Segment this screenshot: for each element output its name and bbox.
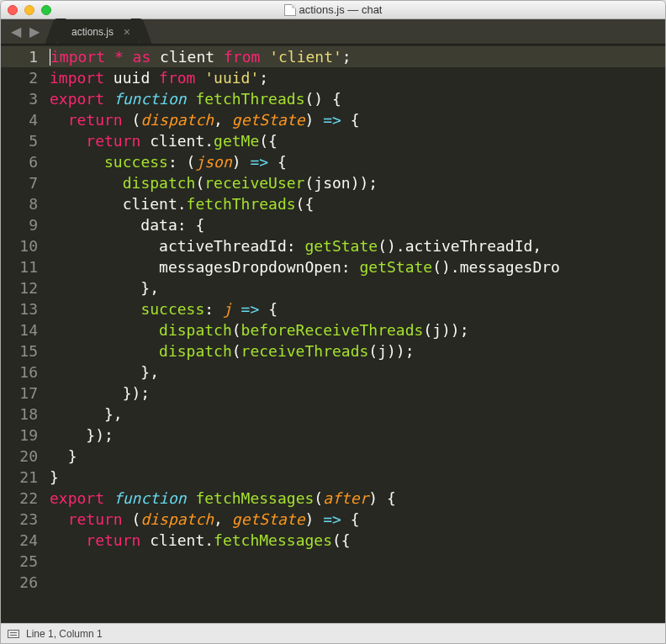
code-line[interactable]: }, bbox=[50, 404, 665, 425]
nav-back-icon[interactable]: ◀ bbox=[8, 24, 24, 40]
line-number[interactable]: 23 bbox=[1, 509, 38, 530]
close-button[interactable] bbox=[8, 5, 18, 15]
line-number[interactable]: 1 bbox=[1, 46, 50, 67]
titlebar[interactable]: actions.js — chat bbox=[1, 1, 665, 19]
minimize-button[interactable] bbox=[24, 5, 34, 15]
code-line[interactable]: export function fetchMessages(after) { bbox=[50, 488, 665, 509]
line-number[interactable]: 12 bbox=[1, 277, 38, 298]
line-number-gutter[interactable]: 1234567891011121314151617181920212223242… bbox=[1, 45, 50, 623]
file-icon bbox=[284, 4, 296, 16]
code-line[interactable]: }, bbox=[50, 277, 665, 298]
code-line[interactable]: messagesDropdownOpen: getState().message… bbox=[50, 256, 665, 277]
cursor-position: Line 1, Column 1 bbox=[26, 628, 103, 640]
status-bar: Line 1, Column 1 bbox=[1, 623, 665, 643]
code-line[interactable]: export function fetchThreads() { bbox=[50, 88, 665, 109]
maximize-button[interactable] bbox=[41, 5, 51, 15]
nav-forward-icon[interactable]: ▶ bbox=[26, 24, 43, 40]
line-number[interactable]: 25 bbox=[1, 551, 38, 572]
code-line[interactable]: dispatch(receiveThreads(j)); bbox=[50, 340, 665, 362]
tab-label: actions.js bbox=[71, 26, 114, 38]
code-line[interactable]: } bbox=[50, 467, 665, 488]
code-content[interactable]: import * as client from 'client';import … bbox=[50, 45, 665, 623]
code-line[interactable]: import * as client from 'client'; bbox=[50, 46, 665, 67]
code-line[interactable]: success: j => { bbox=[50, 298, 665, 319]
line-number[interactable]: 19 bbox=[1, 425, 38, 446]
code-line[interactable]: }, bbox=[50, 362, 665, 383]
line-number[interactable]: 11 bbox=[1, 256, 38, 277]
code-line[interactable]: import uuid from 'uuid'; bbox=[50, 67, 665, 88]
window-title-text: actions.js — chat bbox=[299, 3, 383, 16]
line-number[interactable]: 22 bbox=[1, 488, 38, 509]
code-line[interactable]: return client.getMe({ bbox=[50, 130, 665, 151]
line-number[interactable]: 8 bbox=[1, 193, 38, 214]
line-number[interactable]: 20 bbox=[1, 446, 38, 467]
line-number[interactable]: 13 bbox=[1, 298, 38, 319]
traffic-lights bbox=[1, 5, 51, 15]
panel-icon[interactable] bbox=[8, 630, 19, 638]
code-line[interactable]: success: (json) => { bbox=[50, 151, 665, 172]
line-number[interactable]: 7 bbox=[1, 172, 38, 193]
code-line[interactable]: activeThreadId: getState().activeThreadI… bbox=[50, 235, 665, 256]
tab-bar: ◀ ▶ actions.js × bbox=[1, 19, 665, 45]
editor-area[interactable]: 1234567891011121314151617181920212223242… bbox=[1, 45, 665, 623]
line-number[interactable]: 9 bbox=[1, 214, 38, 235]
code-line[interactable]: client.fetchThreads({ bbox=[50, 193, 665, 214]
line-number[interactable]: 24 bbox=[1, 530, 38, 551]
line-number[interactable]: 5 bbox=[1, 130, 38, 151]
line-number[interactable]: 10 bbox=[1, 235, 38, 256]
tab-close-icon[interactable]: × bbox=[124, 25, 130, 39]
line-number[interactable]: 6 bbox=[1, 151, 38, 172]
line-number[interactable]: 26 bbox=[1, 572, 38, 593]
code-line[interactable]: dispatch(receiveUser(json)); bbox=[50, 172, 665, 193]
code-line[interactable]: }); bbox=[50, 383, 665, 404]
line-number[interactable]: 17 bbox=[1, 383, 38, 404]
tab-actions-js[interactable]: actions.js × bbox=[58, 19, 139, 44]
line-number[interactable]: 15 bbox=[1, 340, 38, 362]
line-number[interactable]: 18 bbox=[1, 404, 38, 425]
line-number[interactable]: 16 bbox=[1, 362, 38, 383]
code-line[interactable]: return (dispatch, getState) => { bbox=[50, 509, 665, 530]
line-number[interactable]: 14 bbox=[1, 319, 38, 340]
window-title: actions.js — chat bbox=[1, 3, 665, 16]
code-line[interactable]: } bbox=[50, 446, 665, 467]
line-number[interactable]: 3 bbox=[1, 88, 38, 109]
code-line[interactable]: data: { bbox=[50, 214, 665, 235]
code-line[interactable]: }); bbox=[50, 425, 665, 446]
nav-arrows: ◀ ▶ bbox=[1, 19, 50, 44]
editor-window: actions.js — chat ◀ ▶ actions.js × 12345… bbox=[0, 0, 666, 644]
code-line[interactable]: return client.fetchMessages({ bbox=[50, 530, 665, 551]
code-line[interactable]: dispatch(beforeReceiveThreads(j)); bbox=[50, 319, 665, 340]
line-number[interactable]: 2 bbox=[1, 67, 38, 88]
code-line[interactable]: return (dispatch, getState) => { bbox=[50, 109, 665, 130]
line-number[interactable]: 4 bbox=[1, 109, 38, 130]
line-number[interactable]: 21 bbox=[1, 467, 38, 488]
